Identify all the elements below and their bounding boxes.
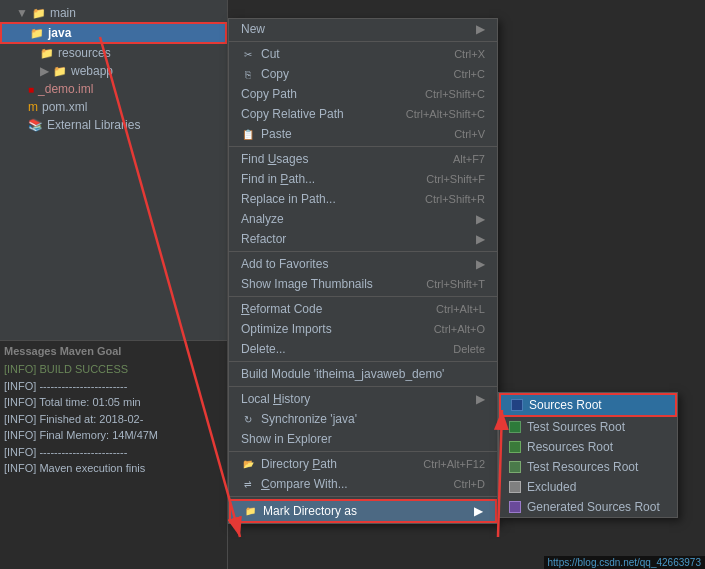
menu-item-paste[interactable]: 📋 Paste Ctrl+V (229, 124, 497, 144)
xml-icon-pom: m (28, 100, 38, 114)
separator-6 (229, 386, 497, 387)
menu-item-cut-label: Cut (261, 47, 438, 61)
menu-item-show-explorer[interactable]: Show in Explorer (229, 429, 497, 449)
menu-item-add-favorites-label: Add to Favorites (241, 257, 468, 271)
submenu-item-generated-label: Generated Sources Root (527, 500, 660, 514)
paste-icon: 📋 (241, 127, 255, 141)
menu-item-add-favorites[interactable]: Add to Favorites ▶ (229, 254, 497, 274)
tree-item-java[interactable]: 📁 java (0, 22, 227, 44)
separator-3 (229, 251, 497, 252)
messages-title: Messages Maven Goal (4, 345, 223, 357)
copy-relative-shortcut: Ctrl+Alt+Shift+C (406, 108, 485, 120)
copy-icon: ⎘ (241, 67, 255, 81)
log-line-3: [INFO] Total time: 01:05 min (4, 394, 223, 411)
tree-item-ext-lib[interactable]: 📚 External Libraries (0, 116, 227, 134)
menu-item-reformat[interactable]: Reformat Code Ctrl+Alt+L (229, 299, 497, 319)
log-line-4: [INFO] Finished at: 2018-02- (4, 411, 223, 428)
resources-root-icon (509, 441, 521, 453)
tree-item-resources[interactable]: 📁 resources (0, 44, 227, 62)
menu-item-directory-path[interactable]: 📂 Directory Path Ctrl+Alt+F12 (229, 454, 497, 474)
submenu-item-test-sources[interactable]: Test Sources Root (499, 417, 677, 437)
copy-shortcut: Ctrl+C (454, 68, 485, 80)
tree-item-iml[interactable]: ■ _demo.iml (0, 80, 227, 98)
sources-root-icon (511, 399, 523, 411)
submenu-item-generated[interactable]: Generated Sources Root (499, 497, 677, 517)
submenu-item-test-resources-label: Test Resources Root (527, 460, 638, 474)
generated-sources-icon (509, 501, 521, 513)
menu-item-compare-with[interactable]: ⇌ Compare With... Ctrl+D (229, 474, 497, 494)
menu-item-paste-label: Paste (261, 127, 438, 141)
submenu-item-test-sources-label: Test Sources Root (527, 420, 625, 434)
submenu-item-excluded-label: Excluded (527, 480, 576, 494)
tree-item-pom[interactable]: m pom.xml (0, 98, 227, 116)
excluded-icon (509, 481, 521, 493)
menu-item-copy[interactable]: ⎘ Copy Ctrl+C (229, 64, 497, 84)
tree-item-webapp-label: webapp (71, 64, 113, 78)
folder-icon-main: 📁 (32, 7, 46, 20)
menu-item-copy-path[interactable]: Copy Path Ctrl+Shift+C (229, 84, 497, 104)
menu-item-refactor[interactable]: Refactor ▶ (229, 229, 497, 249)
tree-item-iml-label: _demo.iml (38, 82, 93, 96)
copy-path-shortcut: Ctrl+Shift+C (425, 88, 485, 100)
favorites-arrow: ▶ (476, 257, 485, 271)
tree-item-java-label: java (48, 26, 71, 40)
sync-icon: ↻ (241, 412, 255, 426)
separator-1 (229, 41, 497, 42)
compare-icon: ⇌ (241, 477, 255, 491)
menu-item-show-thumbnails[interactable]: Show Image Thumbnails Ctrl+Shift+T (229, 274, 497, 294)
submenu-item-excluded[interactable]: Excluded (499, 477, 677, 497)
refactor-arrow: ▶ (476, 232, 485, 246)
menu-item-copy-relative-label: Copy Relative Path (241, 107, 390, 121)
menu-item-build-module[interactable]: Build Module 'itheima_javaweb_demo' (229, 364, 497, 384)
optimize-imports-shortcut: Ctrl+Alt+O (434, 323, 485, 335)
menu-item-directory-path-label: Directory Path (261, 457, 407, 471)
separator-4 (229, 296, 497, 297)
tree-item-resources-label: resources (58, 46, 111, 60)
menu-item-optimize-imports[interactable]: Optimize Imports Ctrl+Alt+O (229, 319, 497, 339)
submenu-item-test-resources[interactable]: Test Resources Root (499, 457, 677, 477)
submenu-item-sources-root-label: Sources Root (529, 398, 602, 412)
new-submenu-arrow: ▶ (476, 22, 485, 36)
menu-item-delete[interactable]: Delete... Delete (229, 339, 497, 359)
cut-icon: ✂ (241, 47, 255, 61)
tree-item-main-label: main (50, 6, 76, 20)
menu-item-copy-label: Copy (261, 67, 438, 81)
analyze-arrow: ▶ (476, 212, 485, 226)
submenu-item-resources-root[interactable]: Resources Root (499, 437, 677, 457)
local-history-arrow: ▶ (476, 392, 485, 406)
menu-item-synchronize[interactable]: ↻ Synchronize 'java' (229, 409, 497, 429)
lib-icon: 📚 (28, 118, 43, 132)
tree-item-webapp[interactable]: ▶ 📁 webapp (0, 62, 227, 80)
menu-item-copy-relative[interactable]: Copy Relative Path Ctrl+Alt+Shift+C (229, 104, 497, 124)
menu-item-find-usages-label: Find Usages (241, 152, 437, 166)
tree-item-main[interactable]: ▼ 📁 main (0, 4, 227, 22)
menu-item-replace-in-path[interactable]: Replace in Path... Ctrl+Shift+R (229, 189, 497, 209)
menu-item-cut[interactable]: ✂ Cut Ctrl+X (229, 44, 497, 64)
menu-item-build-module-label: Build Module 'itheima_javaweb_demo' (241, 367, 485, 381)
delete-shortcut: Delete (453, 343, 485, 355)
expand-arrow-webapp: ▶ (40, 64, 49, 78)
test-resources-root-icon (509, 461, 521, 473)
menu-item-find-usages[interactable]: Find Usages Alt+F7 (229, 149, 497, 169)
expand-arrow: ▼ (16, 6, 28, 20)
separator-5 (229, 361, 497, 362)
iml-icon: ■ (28, 84, 34, 95)
separator-8 (229, 496, 497, 497)
menu-item-refactor-label: Refactor (241, 232, 468, 246)
menu-item-local-history[interactable]: Local History ▶ (229, 389, 497, 409)
log-line-7: [INFO] Maven execution finis (4, 460, 223, 477)
submenu-item-resources-root-label: Resources Root (527, 440, 613, 454)
menu-item-optimize-imports-label: Optimize Imports (241, 322, 418, 336)
menu-item-find-in-path-label: Find in Path... (241, 172, 410, 186)
menu-item-find-in-path[interactable]: Find in Path... Ctrl+Shift+F (229, 169, 497, 189)
menu-item-mark-directory[interactable]: 📁 Mark Directory as ▶ (229, 499, 497, 523)
test-sources-root-icon (509, 421, 521, 433)
directory-path-shortcut: Ctrl+Alt+F12 (423, 458, 485, 470)
menu-item-new[interactable]: New ▶ (229, 19, 497, 39)
tree-item-pom-label: pom.xml (42, 100, 87, 114)
submenu-item-sources-root[interactable]: Sources Root (499, 393, 677, 417)
folder-icon-webapp: 📁 (53, 65, 67, 78)
menu-item-analyze[interactable]: Analyze ▶ (229, 209, 497, 229)
mark-dir-icon: 📁 (243, 504, 257, 518)
submenu-mark-directory: Sources Root Test Sources Root Resources… (498, 392, 678, 518)
